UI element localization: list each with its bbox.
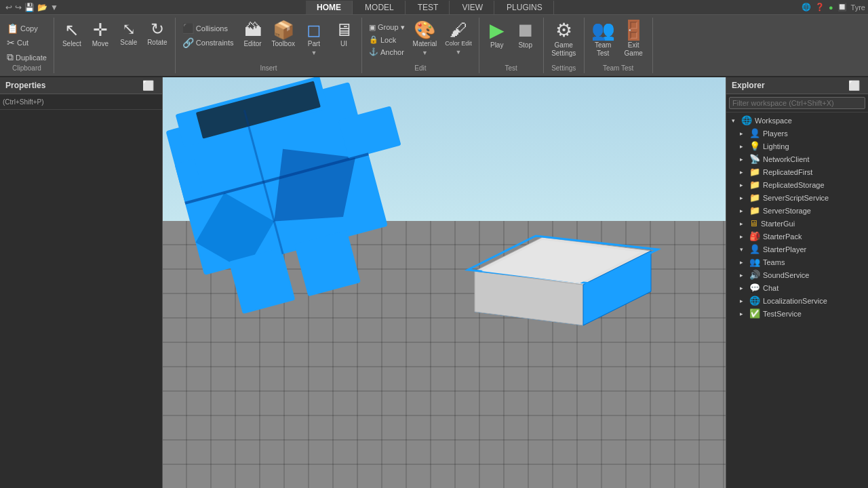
move-button[interactable]: ✛ Move: [87, 19, 114, 50]
properties-header: Properties ⬜: [0, 77, 162, 94]
ui-button[interactable]: 🖥 UI: [330, 19, 357, 50]
explorer-chevron: ▸: [740, 298, 747, 304]
group-button[interactable]: ▣ Group ▾: [366, 22, 408, 33]
explorer-item-server-script-service[interactable]: ▸📁ServerScriptService: [726, 191, 868, 204]
editor-icon: 🏔: [244, 21, 262, 39]
ribbon-group-test: ▶ Play ⏹ Stop Test: [479, 18, 544, 73]
explorer-item-players[interactable]: ▸👤Players: [726, 127, 868, 140]
exit-game-button[interactable]: 🚪 ExitGame: [619, 19, 648, 60]
redo-icon[interactable]: ↪: [15, 3, 22, 12]
lock-button[interactable]: 🔒 Lock: [366, 34, 408, 45]
copy-icon: 📋: [7, 23, 18, 34]
material-button[interactable]: 🎨 Material ▼: [410, 19, 440, 58]
properties-collapse-btn[interactable]: ⬜: [140, 80, 157, 91]
window-icon[interactable]: 🔲: [837, 3, 847, 12]
duplicate-icon: ⧉: [7, 52, 14, 63]
explorer-item-replicated-first[interactable]: ▸📁ReplicatedFirst: [726, 165, 868, 178]
rotate-button[interactable]: ↻ Rotate: [144, 19, 171, 49]
menu-tab-model[interactable]: MODEL: [354, 1, 406, 14]
menu-tab-home[interactable]: HOME: [306, 1, 353, 14]
explorer-chevron: ▸: [740, 195, 747, 201]
open-icon[interactable]: 📂: [37, 3, 47, 12]
save-icon[interactable]: 💾: [24, 3, 35, 12]
toolbox-icon: 📦: [273, 21, 294, 39]
duplicate-button[interactable]: ⧉ Duplicate: [4, 50, 50, 64]
explorer-chevron: ▸: [740, 220, 747, 227]
viewport[interactable]: [163, 77, 726, 488]
part-button[interactable]: ◻ Part ▼: [300, 19, 328, 58]
explorer-item-server-storage[interactable]: ▸📁ServerStorage: [726, 204, 868, 217]
explorer-chevron: ▸: [740, 169, 747, 176]
copy-button[interactable]: 📋 Copy: [4, 22, 50, 35]
explorer-item-name-replicated-storage: ReplicatedStorage: [763, 181, 865, 189]
explorer-item-workspace[interactable]: ▾🌐Workspace: [726, 114, 868, 127]
play-button[interactable]: ▶ Play: [484, 19, 511, 52]
move-icon: ✛: [93, 21, 108, 39]
select-icon: ↖: [64, 21, 79, 39]
explorer-chevron: ▸: [740, 272, 747, 279]
explorer-item-starter-pack[interactable]: ▸🎒StarterPack: [726, 230, 868, 243]
properties-title: Properties: [5, 81, 45, 90]
select-button[interactable]: ↖ Select: [58, 19, 85, 50]
team-test-button[interactable]: 👥 TeamTest: [589, 19, 618, 60]
explorer-item-chat[interactable]: ▸💬Chat: [726, 281, 868, 294]
help-icon[interactable]: ❓: [815, 3, 825, 12]
explorer-item-sound-service[interactable]: ▸🔊SoundService: [726, 268, 868, 281]
team-test-items: 👥 TeamTest 🚪 ExitGame: [589, 18, 648, 64]
explorer-item-teams[interactable]: ▸👥Teams: [726, 256, 868, 268]
explorer-item-icon-replicated-storage: 📁: [749, 180, 760, 190]
duplicate-label: Duplicate: [16, 54, 47, 62]
ui-icon: 🖥: [335, 21, 353, 39]
group-label: Group ▾: [378, 23, 405, 32]
test-items: ▶ Play ⏹ Stop: [484, 18, 539, 64]
ribbon-group-edit: ▣ Group ▾ 🔒 Lock ⚓ Anchor 🎨: [362, 18, 479, 73]
undo-icon[interactable]: ↩: [5, 3, 12, 12]
part-label: Part: [308, 40, 320, 48]
game-settings-button[interactable]: ⚙ GameSettings: [549, 19, 578, 60]
username: Tyre: [851, 3, 865, 12]
explorer-item-test-service[interactable]: ▸✅TestService: [726, 307, 868, 320]
collisions-icon: ⬛: [182, 23, 194, 34]
exit-game-label: ExitGame: [625, 41, 643, 58]
menu-tab-plugins[interactable]: PLUGINS: [496, 1, 554, 14]
anchor-label: Anchor: [380, 48, 404, 56]
menu-tab-view[interactable]: VIEW: [451, 1, 494, 14]
explorer-item-name-teams: Teams: [763, 258, 865, 266]
scale-button[interactable]: ⤡ Scale: [115, 19, 142, 49]
explorer-item-networkclient[interactable]: ▸📡NetworkClient: [726, 152, 868, 165]
explorer-item-name-workspace: Workspace: [755, 117, 865, 125]
color-button[interactable]: 🖌 Color Edit ▼: [442, 19, 475, 58]
explorer-item-icon-replicated-first: 📁: [749, 167, 760, 177]
ribbon-group-tools: ↖ Select ✛ Move ⤡ Scale ↻ Rotate Tools: [54, 18, 176, 73]
explorer-item-lighting[interactable]: ▸💡Lighting: [726, 140, 868, 152]
menu-tab-test[interactable]: TEST: [407, 1, 450, 14]
explorer-item-name-localization-service: LocalizationService: [763, 297, 865, 305]
scale-icon: ⤡: [122, 21, 136, 37]
part-icon: ◻: [307, 21, 321, 39]
explorer-item-name-test-service: TestService: [763, 310, 865, 318]
explorer-item-icon-starter-player: 👤: [749, 244, 760, 254]
rotate-label: Rotate: [147, 39, 167, 47]
anchor-button[interactable]: ⚓ Anchor: [366, 46, 408, 58]
collisions-button[interactable]: ⬛ Collisions: [180, 22, 237, 35]
explorer-chevron: ▸: [740, 130, 747, 137]
editor-button[interactable]: 🏔 Editor: [239, 19, 267, 50]
explorer-item-icon-chat: 💬: [749, 283, 760, 293]
constraints-button[interactable]: 🔗 Constraints: [180, 36, 237, 49]
explorer-search-input[interactable]: [729, 97, 865, 109]
explorer-chevron: ▸: [740, 182, 747, 188]
explorer-header: Explorer ⬜: [726, 77, 868, 94]
explorer-collapse-btn[interactable]: ⬜: [846, 80, 863, 91]
ribbon-content: 📋 Copy ✂ Cut ⧉ Duplicate Clipboard: [0, 15, 868, 76]
cut-button[interactable]: ✂ Cut: [4, 36, 50, 49]
explorer-chevron: ▸: [740, 207, 747, 214]
stop-label: Stop: [518, 41, 532, 49]
explorer-item-replicated-storage[interactable]: ▸📁ReplicatedStorage: [726, 178, 868, 191]
explorer-item-starter-player[interactable]: ▾👤StarterPlayer: [726, 243, 868, 256]
dropdown-icon[interactable]: ▼: [50, 3, 58, 12]
explorer-item-localization-service[interactable]: ▸🌐LocalizationService: [726, 294, 868, 307]
stop-button[interactable]: ⏹ Stop: [512, 19, 539, 52]
explorer-item-starter-gui[interactable]: ▸🖥StarterGui: [726, 217, 868, 230]
toolbox-button[interactable]: 📦 Toolbox: [269, 19, 298, 50]
explorer-item-name-networkclient: NetworkClient: [763, 155, 865, 163]
